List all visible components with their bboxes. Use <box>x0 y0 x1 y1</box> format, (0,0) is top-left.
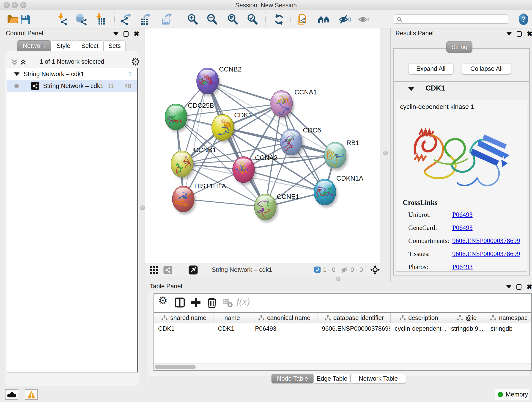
results-panel-float-icon[interactable] <box>507 32 512 36</box>
zoom-in-icon[interactable] <box>186 13 199 26</box>
export-image-icon[interactable] <box>160 13 173 26</box>
control-panel-maximize-icon[interactable] <box>123 31 128 37</box>
table-panel-float-icon[interactable] <box>506 285 511 288</box>
refresh-icon[interactable] <box>273 13 285 26</box>
navigator-icon[interactable] <box>370 264 380 275</box>
network-node-RB1[interactable]: RB1 <box>324 139 359 171</box>
column-header-name[interactable]: name <box>214 313 251 323</box>
scrollbar-thumb[interactable] <box>155 365 196 369</box>
collection-expand-icon[interactable] <box>14 72 19 76</box>
memory-button[interactable]: Memory <box>494 389 529 400</box>
tab-node-table[interactable]: Node Table <box>272 374 313 383</box>
help-button[interactable]: ? <box>519 13 529 26</box>
network-canvas[interactable]: CCNB2CCNA1CDC25BCDK1CDC6RB1CCNB1CCNA2CDK… <box>145 28 380 263</box>
gene-name: CDK1 <box>426 84 445 92</box>
column-header-id[interactable]: @id <box>447 313 486 323</box>
export-view-icon[interactable] <box>188 265 198 275</box>
crosslink-value-link[interactable]: P06493 <box>452 263 473 271</box>
add-column-icon[interactable] <box>190 297 202 308</box>
table-options-gear-icon[interactable]: ⚙ <box>158 295 170 307</box>
column-header-canonicalname[interactable]: canonical name <box>251 313 318 323</box>
grid-view-icon[interactable] <box>150 266 158 274</box>
network-node-CCNA2[interactable]: CCNA2 <box>229 154 278 185</box>
tab-select[interactable]: Select <box>76 40 104 51</box>
table-cell[interactable]: P06493 <box>251 324 317 333</box>
tab-network-table[interactable]: Network Table <box>351 374 406 383</box>
splitter-right[interactable] <box>380 28 391 282</box>
crosslink-value-link[interactable]: P06493 <box>452 211 473 218</box>
svg-text:CDK1: CDK1 <box>234 111 252 119</box>
splitter-bottom[interactable] <box>145 276 380 282</box>
search-input[interactable] <box>394 14 508 24</box>
import-network-file-icon[interactable] <box>56 13 68 26</box>
crosslink-label: Pharos: <box>408 263 428 271</box>
tab-edge-table[interactable]: Edge Table <box>313 374 351 383</box>
import-table-file-icon[interactable] <box>94 13 106 26</box>
delete-column-icon[interactable] <box>206 297 218 308</box>
splitter-handle[interactable] <box>336 277 341 281</box>
table-cell[interactable]: cyclin-dependent ... <box>390 324 447 333</box>
table-cell[interactable]: stringdb <box>486 324 531 333</box>
table-cell[interactable]: CDK1 <box>154 324 214 333</box>
import-network-database-icon[interactable] <box>75 13 88 26</box>
expand-all-button[interactable]: Expand All <box>408 63 453 74</box>
results-panel-close-icon[interactable]: ✖ <box>527 31 532 37</box>
column-header-namespac[interactable]: namespac <box>486 313 531 323</box>
control-panel-float-icon[interactable] <box>114 32 119 36</box>
export-network-icon[interactable] <box>120 13 133 26</box>
network-node-HIST1H1A[interactable]: HIST1H1A <box>167 182 226 215</box>
network-node-CDKN1A[interactable]: CDKN1A <box>309 175 363 208</box>
tab-sets[interactable]: Sets <box>104 40 126 51</box>
crosslink-value-link[interactable]: P06493 <box>452 224 473 231</box>
hide-eye-icon[interactable] <box>338 13 351 26</box>
control-panel-close-icon[interactable]: ✖ <box>133 31 139 37</box>
tab-style[interactable]: Style <box>51 40 76 51</box>
separator <box>205 264 205 275</box>
zoom-out-icon[interactable] <box>206 13 219 26</box>
zoom-selected-icon[interactable] <box>246 13 259 26</box>
show-columns-icon[interactable] <box>174 297 186 308</box>
table-cell[interactable]: CDK1 <box>214 324 251 333</box>
network-edge-count: 48 <box>124 83 131 89</box>
table-cell[interactable]: 9606.ENSP00000378699 <box>318 324 391 333</box>
crosslink-value-link[interactable]: 9606.ENSP00000378699 <box>452 237 520 245</box>
results-panel-maximize-icon[interactable] <box>517 31 522 37</box>
tab-string[interactable]: String <box>446 41 472 53</box>
network-row[interactable]: String Network – cdk1 11 48 <box>7 80 137 92</box>
network-view-icon[interactable] <box>163 265 172 274</box>
network-node-CCNE1[interactable]: CCNE1 <box>254 191 299 224</box>
table-horizontal-scrollbar[interactable] <box>154 363 531 370</box>
homes-icon[interactable] <box>317 13 330 26</box>
splitter-handle[interactable] <box>383 151 388 155</box>
cloud-button[interactable] <box>5 389 18 400</box>
crosslink-value-link[interactable]: 9606.ENSP00000378699 <box>452 250 520 258</box>
zoom-fit-icon[interactable] <box>227 13 239 26</box>
open-session-icon[interactable] <box>6 13 19 26</box>
network-node-CCNB2[interactable]: CCNB2 <box>196 65 242 96</box>
network-collection-row[interactable]: String Network – cdk1 1 <box>7 68 137 80</box>
selected-checkbox[interactable] <box>314 267 321 273</box>
svg-text:CDC6: CDC6 <box>303 127 321 134</box>
splitter-handle-left[interactable] <box>140 205 145 210</box>
show-eye-icon[interactable] <box>358 13 371 26</box>
network-options-gear-icon[interactable]: ⚙ <box>131 57 140 67</box>
copy-document-icon[interactable] <box>296 13 309 26</box>
column-header-databaseidentifier[interactable]: database identifier <box>318 313 391 323</box>
gene-collapse-icon[interactable] <box>408 87 414 91</box>
warning-button[interactable] <box>25 389 38 400</box>
table-row[interactable]: CDK1CDK1P064939606.ENSP00000378699cyclin… <box>154 324 531 333</box>
tab-network[interactable]: Network <box>17 40 51 51</box>
column-header-sharedname[interactable]: shared name <box>154 313 214 323</box>
table-panel-close-icon[interactable]: ✖ <box>526 284 532 290</box>
column-header-description[interactable]: description <box>391 313 447 323</box>
separator <box>180 264 180 275</box>
network-node-CDC6[interactable]: CDC6 <box>279 127 321 158</box>
export-table-icon[interactable] <box>139 13 152 26</box>
crosslink-label: GeneCard: <box>408 224 437 231</box>
crosslink-label: Compartments: <box>408 237 449 245</box>
network-node-CDK1[interactable]: CDK1 <box>212 111 252 143</box>
table-cell[interactable]: stringdb:9... <box>447 324 486 333</box>
collapse-all-button[interactable]: Collapse All <box>462 63 511 74</box>
table-panel-maximize-icon[interactable] <box>516 284 521 290</box>
save-session-icon[interactable] <box>19 13 32 26</box>
